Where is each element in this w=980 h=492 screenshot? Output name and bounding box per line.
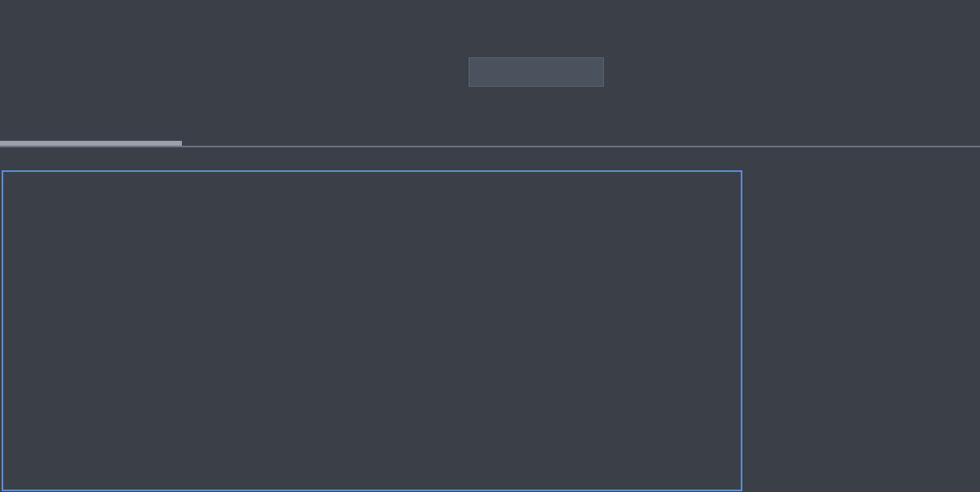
disasm-view-top[interactable] bbox=[0, 0, 980, 147]
horizontal-scrollbar[interactable] bbox=[0, 141, 182, 146]
disasm-view-bottom[interactable] bbox=[0, 147, 980, 491]
operand-tooltip bbox=[469, 57, 604, 87]
tooltip-line-2 bbox=[478, 61, 595, 83]
